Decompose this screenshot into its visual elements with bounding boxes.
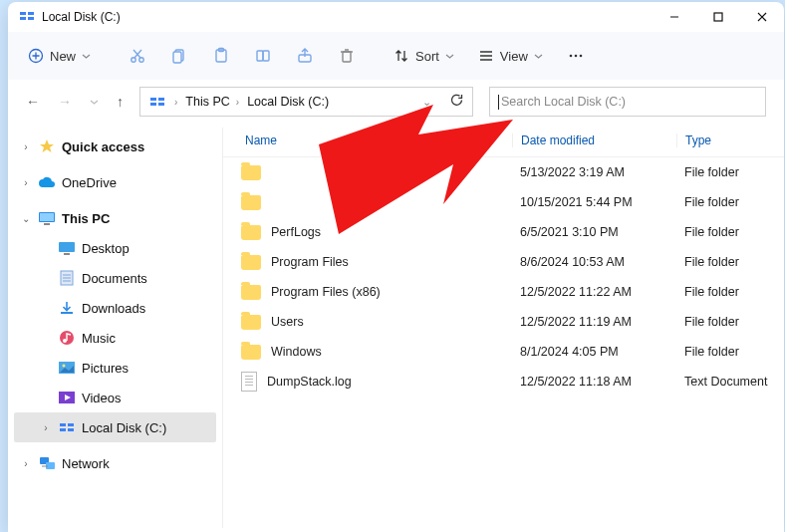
rename-button[interactable]	[244, 41, 282, 71]
chevron-down-icon	[534, 52, 543, 61]
sidebar-label: Documents	[82, 271, 147, 286]
svg-point-11	[131, 58, 135, 62]
sidebar-music[interactable]: Music	[14, 323, 216, 353]
table-row[interactable]: Windows8/1/2024 4:05 PMFile folder	[223, 337, 784, 367]
minimize-button[interactable]	[653, 2, 696, 32]
paste-button[interactable]	[202, 41, 240, 71]
sidebar-this-pc[interactable]: ⌄ This PC	[14, 203, 216, 233]
svg-rect-5	[714, 13, 722, 21]
svg-marker-35	[40, 139, 54, 152]
column-date[interactable]: Date modified	[512, 133, 676, 147]
svg-rect-34	[158, 103, 164, 106]
chevron-right-icon: ›	[20, 140, 32, 152]
svg-rect-3	[28, 17, 34, 20]
monitor-icon	[38, 209, 56, 227]
drive-icon	[20, 9, 34, 26]
sidebar-local-disk[interactable]: › Local Disk (C:)	[14, 412, 216, 442]
recent-button[interactable]	[90, 94, 99, 110]
sidebar-label: Network	[62, 456, 110, 471]
sidebar-desktop[interactable]: Desktop	[14, 233, 216, 263]
table-row[interactable]: PerfLogs6/5/2021 3:10 PMFile folder	[223, 217, 784, 247]
text-caret	[498, 95, 499, 110]
file-date: 12/5/2022 11:19 AM	[512, 315, 676, 329]
file-date: 8/6/2024 10:53 AM	[512, 255, 676, 269]
sidebar-label: This PC	[62, 211, 110, 226]
back-button[interactable]: ←	[26, 94, 40, 110]
file-type: File folder	[676, 165, 784, 179]
sidebar-onedrive[interactable]: › OneDrive	[14, 167, 216, 197]
address-bar[interactable]: › This PC› Local Disk (C:) ⌄	[139, 87, 473, 117]
sidebar-label: Desktop	[82, 241, 130, 256]
folder-icon	[241, 195, 261, 210]
table-row[interactable]: DumpStack.log12/5/2022 11:18 AMText Docu…	[223, 367, 784, 397]
dropdown-icon[interactable]: ⌄	[422, 96, 431, 109]
sidebar-label: Local Disk (C:)	[82, 420, 166, 435]
sidebar-label: OneDrive	[62, 175, 117, 190]
star-icon	[38, 137, 56, 155]
chevron-down-icon	[82, 52, 91, 61]
file-type: File folder	[676, 255, 784, 269]
forward-button[interactable]: →	[58, 94, 72, 110]
share-button[interactable]	[286, 41, 324, 71]
column-type[interactable]: Type	[676, 133, 784, 147]
copy-button[interactable]	[160, 41, 198, 71]
network-icon	[38, 454, 56, 472]
column-name[interactable]: Name	[223, 133, 512, 147]
breadcrumb-current[interactable]: Local Disk (C:)	[247, 95, 329, 109]
file-type: File folder	[676, 315, 784, 329]
breadcrumb-root[interactable]: This PC›	[185, 95, 239, 109]
svg-line-14	[133, 50, 140, 58]
sidebar-network[interactable]: › Network	[14, 448, 216, 478]
svg-point-12	[139, 58, 143, 62]
folder-icon	[241, 255, 261, 270]
search-box[interactable]: Search Local Disk (C:)	[489, 87, 766, 117]
chevron-right-icon: ›	[20, 176, 32, 188]
table-row[interactable]: Program Files (x86)12/5/2022 11:22 AMFil…	[223, 277, 784, 307]
cloud-icon	[38, 173, 56, 191]
cut-button[interactable]	[119, 41, 156, 71]
sidebar-pictures[interactable]: Pictures	[14, 353, 216, 383]
delete-button[interactable]	[328, 41, 366, 71]
new-label: New	[50, 49, 76, 64]
svg-rect-38	[44, 223, 50, 225]
desktop-icon	[58, 239, 76, 257]
titlebar: Local Disk (C:)	[8, 2, 784, 32]
folder-icon	[241, 225, 261, 240]
sidebar-documents[interactable]: Documents	[14, 263, 216, 293]
sidebar-downloads[interactable]: Downloads	[14, 293, 216, 323]
sort-label: Sort	[415, 49, 439, 64]
sidebar-videos[interactable]: Videos	[14, 383, 216, 412]
table-row[interactable]: Program Files8/6/2024 10:53 AMFile folde…	[223, 247, 784, 277]
drive-icon	[58, 418, 76, 436]
more-button[interactable]	[557, 41, 595, 71]
sidebar-label: Music	[82, 331, 116, 346]
sort-button[interactable]: Sort	[384, 42, 464, 70]
file-date: 5/13/2022 3:19 AM	[512, 165, 676, 179]
svg-rect-39	[59, 242, 75, 252]
file-date: 12/5/2022 11:18 AM	[512, 375, 676, 389]
file-date: 10/15/2021 5:44 PM	[512, 195, 676, 209]
table-row[interactable]: Users12/5/2022 11:19 AMFile folder	[223, 307, 784, 337]
refresh-button[interactable]	[449, 93, 464, 111]
file-type: File folder	[676, 345, 784, 359]
view-label: View	[500, 49, 528, 64]
svg-rect-31	[150, 98, 156, 101]
svg-point-29	[575, 55, 578, 58]
close-button[interactable]	[740, 2, 784, 32]
sidebar-label: Downloads	[82, 301, 145, 316]
maximize-button[interactable]	[696, 2, 740, 32]
table-row[interactable]: 5/13/2022 3:19 AMFile folder	[223, 157, 784, 187]
nav-arrows: ← → ↑	[26, 94, 124, 110]
svg-rect-53	[68, 423, 74, 426]
file-name: Program Files (x86)	[271, 285, 381, 299]
view-button[interactable]: View	[468, 42, 553, 70]
svg-rect-20	[263, 51, 269, 61]
file-name: DumpStack.log	[267, 375, 352, 389]
svg-rect-16	[173, 52, 181, 63]
new-button[interactable]: New	[18, 42, 101, 70]
folder-icon	[241, 285, 261, 300]
up-button[interactable]: ↑	[117, 94, 124, 110]
body: › Quick access › OneDrive ⌄ This PC	[8, 124, 784, 532]
sidebar-quick-access[interactable]: › Quick access	[14, 132, 216, 161]
table-row[interactable]: 10/15/2021 5:44 PMFile folder	[223, 187, 784, 217]
